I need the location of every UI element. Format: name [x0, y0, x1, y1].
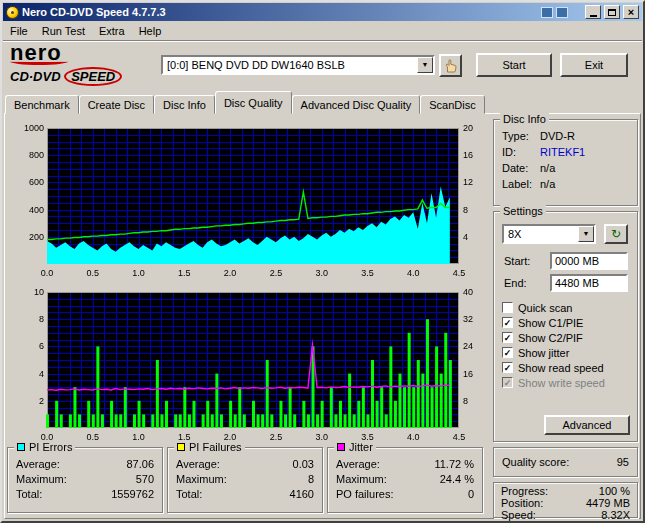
checkbox-quick-scan[interactable]: Quick scan — [502, 300, 633, 315]
stat-row-average: Average:11.72 % — [328, 457, 482, 472]
stat-value: 0.03 — [293, 458, 314, 471]
checkbox-box[interactable] — [502, 302, 513, 313]
legend-color-chip — [177, 443, 185, 451]
disc-info-row-date: Date:n/a — [494, 160, 637, 176]
info-label: Label: — [502, 177, 540, 191]
eject-hand-button[interactable] — [439, 54, 462, 77]
info-value: n/a — [540, 177, 555, 191]
toolbar: nero CD·DVD SPEED [0:0] BENQ DVD DD DW16… — [3, 42, 642, 91]
stat-row-average: Average:87.06 — [8, 457, 162, 472]
checkbox-show-write-speed: ✓Show write speed — [502, 375, 633, 390]
titlebar-extra-icon-1[interactable] — [541, 7, 553, 18]
menu-item-file[interactable]: File — [3, 22, 35, 40]
stat-value: 87.06 — [126, 458, 154, 471]
advanced-button[interactable]: Advanced — [544, 415, 630, 435]
checkbox-box[interactable]: ✓ — [502, 362, 513, 373]
tab-create-disc[interactable]: Create Disc — [79, 95, 154, 114]
checkbox-label: Show C1/PIE — [518, 317, 583, 329]
stat-row-po-failures: PO failures:0 — [328, 487, 482, 502]
nero-logo-product: CD·DVD — [10, 69, 61, 84]
checkbox-box: ✓ — [502, 377, 513, 388]
progress-label: Speed: — [501, 509, 536, 521]
stat-row-total: Total:4160 — [168, 487, 322, 502]
tab-disc-quality[interactable]: Disc Quality — [215, 91, 292, 114]
stat-label: PO failures: — [336, 488, 393, 501]
stat-label: Average: — [16, 458, 60, 471]
exit-button[interactable]: Exit — [560, 53, 628, 77]
stat-row-average: Average:0.03 — [168, 457, 322, 472]
close-icon: × — [628, 7, 634, 18]
disc-info-row-label: Label:n/a — [494, 176, 637, 192]
stat-label: Average: — [336, 458, 380, 471]
close-button[interactable]: × — [623, 5, 639, 19]
tab-disc-info[interactable]: Disc Info — [154, 95, 215, 114]
menu-item-run-test[interactable]: Run Test — [35, 22, 92, 40]
drive-select[interactable]: [0:0] BENQ DVD DD DW1640 BSLB ▼ — [161, 55, 435, 75]
titlebar-extra-icon-2[interactable] — [556, 7, 568, 18]
checkbox-show-c2-pif[interactable]: ✓Show C2/PIF — [502, 330, 633, 345]
stat-value: 8 — [308, 473, 314, 486]
chevron-down-icon[interactable]: ▼ — [417, 57, 433, 73]
end-mb-label: End: — [504, 277, 527, 289]
disc-info-title: Disc Info — [500, 113, 549, 125]
progress-row-progress: Progress:100 % — [494, 485, 637, 497]
end-mb-input[interactable] — [550, 274, 628, 292]
stats-panel-pi-errors: PI ErrorsAverage:87.06Maximum:570Total:1… — [7, 447, 163, 513]
statistics-row: PI ErrorsAverage:87.06Maximum:570Total:1… — [7, 447, 483, 513]
refresh-speed-button[interactable]: ↻ — [604, 224, 628, 244]
menu-item-extra[interactable]: Extra — [92, 22, 132, 40]
maximize-button[interactable] — [604, 5, 620, 19]
progress-label: Position: — [501, 497, 543, 509]
info-label: Date: — [502, 161, 540, 175]
legend-color-chip — [17, 443, 25, 451]
speed-select[interactable]: 8X ▼ — [502, 224, 596, 244]
menu-item-help[interactable]: Help — [132, 22, 169, 40]
menu-bar: FileRun TestExtraHelp — [3, 22, 642, 41]
nero-logo-brand: nero — [10, 43, 158, 63]
progress-panel: Progress:100 %Position:4479 MBSpeed:8.32… — [493, 482, 638, 518]
minimize-button[interactable] — [585, 5, 601, 19]
title-bar: Nero CD-DVD Speed 4.7.7.3 × — [3, 3, 642, 21]
pif-jitter-chart — [11, 286, 485, 446]
stat-row-total: Total:1559762 — [8, 487, 162, 502]
tab-scandisc[interactable]: ScanDisc — [420, 95, 484, 114]
checkbox-label: Show C2/PIF — [518, 332, 583, 344]
info-value: DVD-R — [540, 129, 575, 143]
checkbox-box[interactable]: ✓ — [502, 332, 513, 343]
hand-icon — [443, 58, 459, 74]
stat-row-maximum: Maximum:24.4 % — [328, 472, 482, 487]
progress-row-position: Position:4479 MB — [494, 497, 637, 509]
tab-benchmark[interactable]: Benchmark — [5, 95, 79, 114]
quality-score-value: 95 — [617, 456, 629, 468]
progress-label: Progress: — [501, 485, 548, 497]
quality-score-label: Quality score: — [502, 456, 569, 468]
checkbox-show-c1-pie[interactable]: ✓Show C1/PIE — [502, 315, 633, 330]
progress-value: 8.32X — [601, 509, 630, 521]
stat-label: Maximum: — [176, 473, 227, 486]
stat-value: 1559762 — [111, 488, 154, 501]
info-label: Type: — [502, 129, 540, 143]
start-button[interactable]: Start — [476, 53, 552, 77]
stats-panel-title: PI Errors — [29, 441, 72, 453]
tab-strip: BenchmarkCreate DiscDisc InfoDisc Qualit… — [5, 91, 640, 114]
progress-value: 4479 MB — [586, 497, 630, 509]
chevron-down-icon[interactable]: ▼ — [578, 226, 594, 242]
stats-panel-pi-failures: PI FailuresAverage:0.03Maximum:8Total:41… — [167, 447, 323, 513]
checkbox-show-read-speed[interactable]: ✓Show read speed — [502, 360, 633, 375]
stat-value: 24.4 % — [440, 473, 474, 486]
nero-logo-speed: SPEED — [64, 67, 122, 86]
legend-color-chip — [337, 443, 345, 451]
stat-value: 11.72 % — [434, 458, 474, 471]
start-mb-input[interactable] — [550, 252, 628, 270]
app-icon — [6, 6, 19, 19]
drive-select-value: [0:0] BENQ DVD DD DW1640 BSLB — [163, 59, 417, 71]
progress-row-speed: Speed:8.32X — [494, 509, 637, 521]
checkbox-box[interactable]: ✓ — [502, 317, 513, 328]
stat-label: Average: — [176, 458, 220, 471]
checkbox-box[interactable]: ✓ — [502, 347, 513, 358]
stat-value: 570 — [136, 473, 154, 486]
app-window: Nero CD-DVD Speed 4.7.7.3 × FileRun Test… — [0, 0, 645, 523]
tab-advanced-disc-quality[interactable]: Advanced Disc Quality — [292, 95, 421, 114]
window-title: Nero CD-DVD Speed 4.7.7.3 — [22, 6, 538, 18]
checkbox-show-jitter[interactable]: ✓Show jitter — [502, 345, 633, 360]
